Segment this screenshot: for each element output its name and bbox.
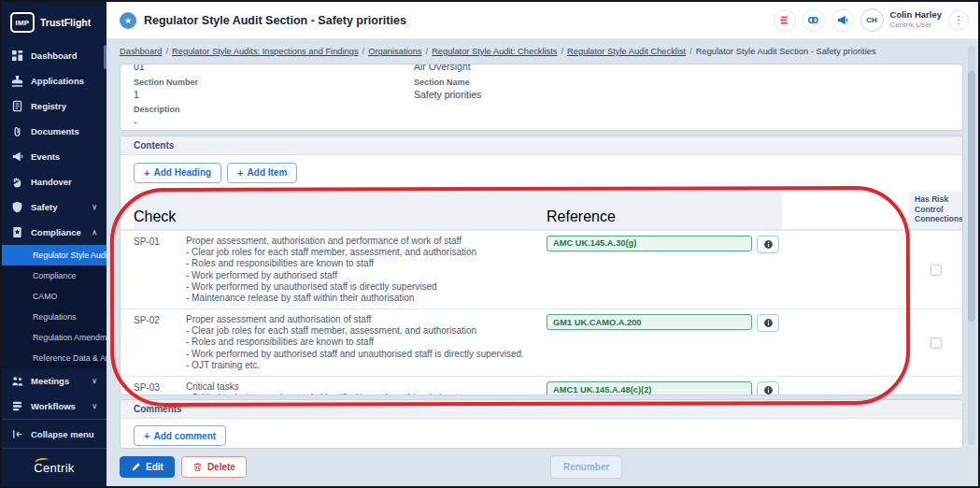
compliance-submenu: Regulator Style Audits Compliance CAMO R… <box>2 245 107 368</box>
submenu-item[interactable]: Regulations <box>2 307 107 327</box>
sidebar-footer: Collapse menu Centrik <box>2 419 107 486</box>
truncated-left-value: 01 <box>134 65 414 75</box>
section-number-label: Section Number <box>134 78 414 87</box>
collapse-menu-button[interactable]: Collapse menu <box>2 420 107 448</box>
collapse-menu-label: Collapse menu <box>31 429 94 439</box>
submenu-item-label: Regulations <box>33 312 76 322</box>
sidebar-item-label: Compliance <box>31 227 81 237</box>
breadcrumb-link[interactable]: Regulator Style Audit: Checklists <box>432 47 557 56</box>
sidebar-nav-top: Dashboard Applications Registry <box>2 43 107 245</box>
edit-button[interactable]: Edit <box>120 456 175 478</box>
topbar: ★ Regulator Style Audit Section - Safety… <box>107 2 978 39</box>
megaphone-icon <box>836 14 848 26</box>
sidebar-item-label: Dashboard <box>31 50 78 61</box>
delete-button[interactable]: Delete <box>181 456 247 478</box>
checks-table: Check Reference Has Risk Control Connect… <box>121 192 962 395</box>
submenu-item[interactable]: CAMO <box>2 286 107 307</box>
sidebar-item-label: Workflows <box>31 401 76 411</box>
reference-pill[interactable]: AMC UK.145.A.30(g) <box>547 236 752 251</box>
sidebar-item[interactable]: Dashboard <box>2 43 107 68</box>
registry-icon <box>11 100 23 112</box>
sidebar-item-label: Registry <box>31 101 66 111</box>
sidebar-item[interactable]: Applications <box>2 68 107 93</box>
risk-cell <box>909 236 962 304</box>
info-button[interactable] <box>757 381 779 395</box>
risk-cell <box>909 381 962 395</box>
submenu-item[interactable]: Reference Data & Ana... <box>2 348 107 368</box>
submenu-item[interactable]: Compliance <box>2 266 107 286</box>
topbar-actions: CH Colin Harley Centrik User ⋮ <box>774 8 969 32</box>
announcements-button[interactable] <box>831 9 854 32</box>
sidebar-item[interactable]: Safety ∨ <box>2 194 107 220</box>
add-item-button[interactable]: + Add Item <box>227 163 297 183</box>
submenu-item-label: Reference Data & Ana... <box>33 353 107 363</box>
sidebar-item-label: Events <box>31 151 60 162</box>
check-id: SP-01 <box>134 236 186 304</box>
sidebar-item[interactable]: Events <box>2 144 107 169</box>
breadcrumb-link[interactable]: Organisations <box>368 47 421 56</box>
vertical-scrollbar[interactable] <box>968 45 975 445</box>
section-details-panel: 01 Air Oversight Section Number 1 Sectio… <box>120 64 963 131</box>
section-number-value: 1 <box>134 89 414 100</box>
documents-icon <box>11 125 23 137</box>
risk-checkbox[interactable] <box>930 265 942 276</box>
sidebar-item[interactable]: Registry <box>2 93 107 119</box>
sidebar-item[interactable]: Meetings ∨ <box>2 368 107 394</box>
avatar[interactable]: CH <box>860 8 884 32</box>
renumber-button[interactable]: Renumber <box>550 455 622 479</box>
breadcrumb-link[interactable]: Regulator Style Audits: Inspections and … <box>172 47 358 56</box>
info-button[interactable] <box>757 314 779 332</box>
compliance-icon <box>11 226 23 238</box>
add-heading-button[interactable]: + Add Heading <box>134 163 221 183</box>
link-icon-button[interactable] <box>802 9 825 32</box>
check-row: SP-01 Proper assessment, authorisation a… <box>121 230 962 309</box>
sidebar-item[interactable]: Handover <box>2 169 107 194</box>
list-icon-button[interactable] <box>774 9 796 32</box>
submenu-item[interactable]: Regulator Style Audits <box>2 245 107 266</box>
scrollbar-thumb[interactable] <box>968 71 975 322</box>
reference-pill[interactable]: AMC1 UK.145.A.48(c)(2) <box>547 381 752 395</box>
breadcrumb-separator: / <box>162 47 172 56</box>
sidebar-item[interactable]: Compliance ∧ <box>2 220 107 245</box>
info-icon <box>763 239 774 250</box>
contents-header: Contents <box>121 136 962 155</box>
check-row: SP-02 Proper assessment and authorisatio… <box>121 309 962 376</box>
add-comment-button[interactable]: + Add comment <box>134 425 226 446</box>
sidebar-item-label: Safety <box>31 202 58 212</box>
sidebar-item[interactable]: Workflows ∨ <box>2 394 107 419</box>
reference-cell: AMC UK.145.A.30(g) <box>547 236 782 304</box>
description-field: Description - <box>134 105 949 127</box>
meetings-icon <box>11 375 23 387</box>
table-header-row: Check Reference Has Risk Control Connect… <box>121 192 962 230</box>
logo-text: TrustFlight <box>40 17 91 28</box>
risk-cell <box>909 314 962 371</box>
plus-icon: + <box>144 430 149 441</box>
submenu-item-label: Regulator Style Audits <box>33 251 107 260</box>
trash-icon <box>192 462 203 472</box>
breadcrumb-link[interactable]: Dashboard <box>120 47 162 56</box>
section-name-value: Safety priorities <box>414 89 949 100</box>
row-spacer <box>782 236 909 304</box>
plus-icon: + <box>237 167 243 179</box>
row-spacer <box>782 314 909 371</box>
risk-checkbox[interactable] <box>930 337 942 349</box>
submenu-item[interactable]: Regulation Amendments <box>2 327 107 348</box>
breadcrumb-separator: / <box>686 47 696 56</box>
app-window: IMP TrustFlight Dashboard Applications <box>0 0 980 488</box>
comments-panel: Comments + Add comment <box>120 399 963 449</box>
events-icon <box>11 151 23 163</box>
sidebar-item-label: Applications <box>31 76 84 86</box>
breadcrumb-link[interactable]: Regulator Style Audit Checklist <box>567 47 686 56</box>
user-role: Centrik User <box>890 21 942 29</box>
breadcrumb-separator: / <box>422 47 433 56</box>
chevron-icon: ∨ <box>92 402 97 410</box>
info-button[interactable] <box>757 236 779 253</box>
reference-pill[interactable]: GM1 UK.CAMO.A.200 <box>547 314 752 330</box>
safety-icon <box>11 201 23 213</box>
chevron-icon: ∨ <box>92 377 97 385</box>
detail-fields: Section Number 1 Section Name Safety pri… <box>134 78 949 100</box>
kebab-menu-button[interactable]: ⋮ <box>948 10 969 31</box>
app-logo[interactable]: IMP TrustFlight <box>2 2 107 43</box>
sidebar-item[interactable]: Documents <box>2 119 107 144</box>
reference-cell: AMC1 UK.145.A.48(c)(2) <box>547 381 782 395</box>
